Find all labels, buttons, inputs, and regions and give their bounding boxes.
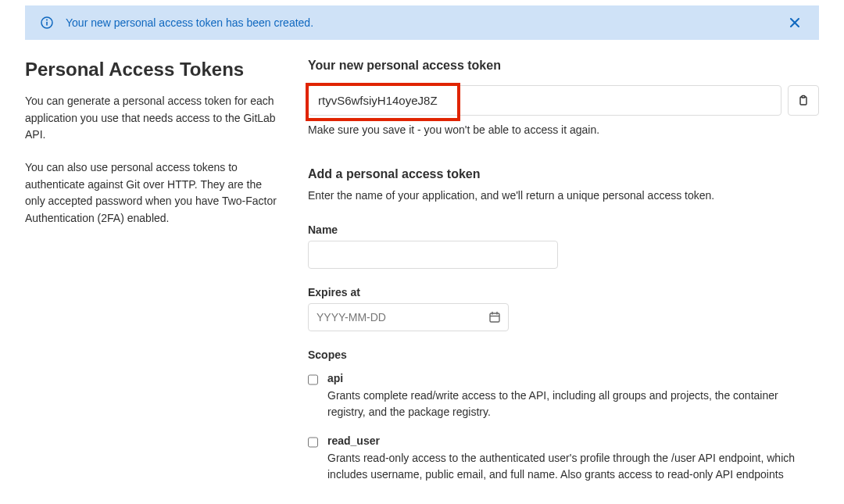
scope-text: read_user Grants read-only access to the… (327, 434, 819, 483)
alert-text: Your new personal access token has been … (66, 16, 313, 29)
info-icon (41, 16, 53, 29)
copy-token-button[interactable] (788, 85, 819, 116)
expires-field-row: Expires at (308, 286, 819, 331)
scope-text: api Grants complete read/write access to… (327, 372, 819, 420)
scope-name: api (327, 372, 819, 384)
name-input[interactable] (308, 241, 558, 269)
scope-desc: Grants read-only access to the authentic… (327, 452, 795, 481)
scope-item-read-user: read_user Grants read-only access to the… (308, 434, 819, 483)
alert-banner: Your new personal access token has been … (25, 5, 819, 40)
expires-input[interactable] (308, 303, 509, 331)
token-input[interactable] (308, 85, 781, 116)
scope-desc: Grants complete read/write access to the… (327, 389, 778, 418)
scope-item-api: api Grants complete read/write access to… (308, 372, 819, 420)
clipboard-icon (797, 95, 810, 107)
add-token-heading: Add a personal access token (308, 167, 819, 181)
page-content: Personal Access Tokens You can generate … (0, 59, 844, 504)
svg-rect-2 (46, 22, 48, 26)
name-label: Name (308, 223, 819, 236)
scopes-label: Scopes (308, 349, 819, 361)
scope-checkbox-read-user[interactable] (308, 437, 318, 448)
alert-dismiss-button[interactable] (786, 17, 803, 28)
token-heading: Your new personal access token (308, 59, 819, 73)
add-token-lead: Enter the name of your application, and … (308, 189, 819, 202)
scope-name: read_user (327, 434, 819, 447)
svg-rect-4 (802, 95, 805, 98)
sidebar-para-1: You can generate a personal access token… (25, 93, 283, 144)
expires-label: Expires at (308, 286, 819, 298)
expires-input-wrap (308, 303, 509, 331)
svg-point-1 (46, 20, 48, 21)
name-field-row: Name (308, 223, 819, 269)
sidebar-para-2: You can also use personal access tokens … (25, 159, 283, 227)
sidebar: Personal Access Tokens You can generate … (25, 59, 283, 497)
token-row (308, 85, 819, 116)
token-hint: Make sure you save it - you won't be abl… (308, 123, 819, 136)
page-title: Personal Access Tokens (25, 59, 283, 80)
main: Your new personal access token Make sure… (308, 59, 819, 497)
close-icon (789, 17, 800, 28)
scope-checkbox-api[interactable] (308, 374, 318, 385)
